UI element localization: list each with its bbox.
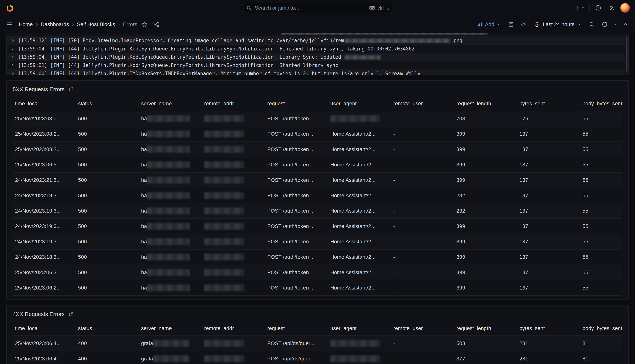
column-header-remote_addr[interactable]: remote_addr bbox=[202, 96, 265, 111]
log-text: [13:59:12] [INF] [70] Emby.Drawing.Image… bbox=[18, 38, 462, 43]
table-row[interactable]: 24/Nov/2023:21:5...500haPOST /auth/token… bbox=[13, 172, 622, 188]
table-row[interactable]: 25/Nov/2023:06:5...500haPOST /auth/token… bbox=[13, 157, 622, 172]
time-range-picker[interactable]: Last 24 hours bbox=[532, 22, 584, 28]
cell-remote-user: - bbox=[391, 336, 454, 351]
column-header-body_bytes_sent[interactable]: body_bytes_sent bbox=[580, 321, 622, 336]
cell-remote-user: - bbox=[391, 111, 454, 126]
column-header-body_bytes_sent[interactable]: body_bytes_sent bbox=[580, 96, 622, 111]
table-row[interactable]: 24/Nov/2023:19:3...500haPOST /auth/token… bbox=[13, 188, 622, 204]
cell-status: 500 bbox=[76, 265, 139, 280]
breadcrumb-home[interactable]: Home bbox=[19, 22, 33, 28]
column-header-request_length[interactable]: request_length bbox=[454, 96, 517, 111]
keyboard-icon bbox=[369, 5, 375, 11]
zoom-out-button[interactable] bbox=[587, 19, 597, 30]
column-header-request[interactable]: request bbox=[265, 321, 328, 336]
share-network-icon bbox=[153, 21, 160, 28]
share-icon[interactable] bbox=[152, 19, 162, 30]
collapse-controls-button[interactable] bbox=[621, 19, 630, 30]
errors-table-4xx: time_localstatusserver_nameremote_addrre… bbox=[13, 321, 622, 364]
errors-table-5xx: time_localstatusserver_nameremote_addrre… bbox=[13, 96, 622, 296]
cell-remote-addr bbox=[202, 204, 265, 218]
log-expand-chevron-icon[interactable] bbox=[10, 47, 15, 51]
log-expand-chevron-icon[interactable] bbox=[10, 38, 15, 42]
favorite-star-icon[interactable] bbox=[140, 19, 149, 30]
panel-title[interactable]: 4XX Requests Errors bbox=[13, 311, 64, 317]
news-icon[interactable] bbox=[607, 3, 616, 13]
column-header-server_name[interactable]: server_name bbox=[139, 96, 202, 111]
log-scrollbar[interactable] bbox=[625, 34, 628, 74]
new-button[interactable] bbox=[574, 3, 586, 13]
menu-toggle-icon[interactable] bbox=[4, 19, 14, 30]
log-line[interactable]: [13:59:04] [INF] [44] Jellyfin.Plugin.Ko… bbox=[7, 45, 628, 53]
cell-remote-user: - bbox=[391, 219, 454, 234]
breadcrumb-dashboards[interactable]: Dashboards bbox=[41, 22, 69, 28]
refresh-interval-dropdown[interactable] bbox=[612, 19, 618, 30]
log-expand-chevron-icon[interactable] bbox=[10, 33, 15, 34]
cell-request: POST /auth/token ... bbox=[265, 188, 328, 203]
search-shortcut-group: ctrl+k bbox=[369, 5, 389, 11]
column-header-bytes_sent[interactable]: bytes_sent bbox=[517, 321, 580, 336]
cell-bytes-sent: 137 bbox=[517, 219, 580, 234]
table-row[interactable]: 25/Nov/2023:06:2...500haPOST /auth/token… bbox=[13, 280, 622, 296]
column-header-time_local[interactable]: time_local bbox=[13, 321, 76, 336]
log-expand-chevron-icon[interactable] bbox=[10, 63, 15, 67]
grafana-logo-icon[interactable] bbox=[5, 3, 15, 13]
cell-server-name: ha bbox=[139, 280, 202, 295]
add-button[interactable]: Add bbox=[474, 22, 504, 28]
table-row[interactable]: 24/Nov/2023:19:3...500haPOST /auth/token… bbox=[13, 219, 622, 234]
column-header-server_name[interactable]: server_name bbox=[139, 321, 202, 336]
log-expand-chevron-icon[interactable] bbox=[10, 55, 15, 59]
log-line[interactable]: [13:59:12] [INF] [70] Emby.Drawing.Image… bbox=[7, 36, 628, 45]
table-row[interactable]: 25/Nov/2023:08:2...500haPOST /auth/token… bbox=[13, 142, 622, 157]
cell-request-length: 399 bbox=[454, 172, 517, 188]
table-row[interactable]: 25/Nov/2023:03:0...500haPOST /auth/token… bbox=[13, 111, 622, 126]
cell-body-bytes-sent: 81 bbox=[580, 351, 622, 364]
column-header-bytes_sent[interactable]: bytes_sent bbox=[517, 96, 580, 111]
refresh-button[interactable] bbox=[600, 19, 610, 30]
column-header-time_local[interactable]: time_local bbox=[13, 96, 76, 111]
cell-request-length: 399 bbox=[454, 250, 517, 264]
panel-title[interactable]: 5XX Requests Errors bbox=[13, 86, 64, 92]
table-row[interactable]: 24/Nov/2023:18:3...500haPOST /auth/token… bbox=[13, 250, 622, 265]
user-avatar[interactable] bbox=[620, 3, 630, 12]
redacted-value bbox=[147, 208, 190, 214]
column-header-request_length[interactable]: request_length bbox=[454, 321, 517, 336]
log-line[interactable]: [13:59:00] [INF] [44] Jellyfin.Plugin.TM… bbox=[7, 70, 628, 75]
log-line[interactable]: [13:59:04] [INF] [44] Jellyfin.Plugin.Ko… bbox=[7, 53, 628, 61]
external-link-icon[interactable] bbox=[68, 86, 74, 92]
column-header-user_agent[interactable]: user_agent bbox=[328, 321, 391, 336]
log-line[interactable]: [13:59:01] [INF] [44] Jellyfin.Plugin.Ko… bbox=[7, 61, 628, 70]
column-header-remote_user[interactable]: remote_user bbox=[391, 96, 454, 111]
log-scrollbar-thumb[interactable] bbox=[626, 36, 628, 72]
breadcrumb-self-host-blocks[interactable]: Self Host Blocks bbox=[77, 22, 115, 28]
log-line[interactable] bbox=[7, 33, 628, 36]
logs-panel: [13:59:12] [INF] [70] Emby.Drawing.Image… bbox=[6, 33, 628, 75]
column-header-user_agent[interactable]: user_agent bbox=[328, 96, 391, 111]
column-header-remote_user[interactable]: remote_user bbox=[391, 321, 454, 336]
search-input[interactable]: Search or jump to... ctrl+k bbox=[242, 3, 393, 13]
cell-body-bytes-sent: 55 bbox=[580, 219, 622, 234]
table-row[interactable]: 24/Nov/2023:19:3...500haPOST /auth/token… bbox=[13, 234, 622, 250]
column-header-status[interactable]: status bbox=[76, 321, 139, 336]
table-row[interactable]: 25/Nov/2023:06:4...400grafaPOST /api/ds/… bbox=[13, 336, 622, 351]
table-row[interactable]: 25/Nov/2023:06:3...500haPOST /auth/token… bbox=[13, 265, 622, 280]
table-row[interactable]: 24/Nov/2023:19:3...500haPOST /auth/token… bbox=[13, 204, 622, 219]
cell-remote-user: - bbox=[391, 351, 454, 364]
cell-request-length: 708 bbox=[454, 111, 517, 126]
column-header-remote_addr[interactable]: remote_addr bbox=[202, 321, 265, 336]
column-header-status[interactable]: status bbox=[76, 96, 139, 111]
dashboard-settings-button[interactable] bbox=[519, 19, 529, 30]
table-row[interactable]: 25/Nov/2023:08:2...500haPOST /auth/token… bbox=[13, 126, 622, 142]
time-range-label: Last 24 hours bbox=[543, 22, 574, 28]
cell-request-length: 399 bbox=[454, 280, 517, 295]
column-header-request[interactable]: request bbox=[265, 96, 328, 111]
grafana-app: Search or jump to... ctrl+k bbox=[0, 0, 635, 364]
table-row[interactable]: 25/Nov/2023:06:4...400grafaPOST /api/ds/… bbox=[13, 351, 622, 364]
external-link-icon[interactable] bbox=[68, 311, 74, 317]
cell-bytes-sent: 137 bbox=[517, 234, 580, 249]
save-dashboard-button[interactable] bbox=[506, 19, 516, 30]
log-expand-chevron-icon[interactable] bbox=[10, 72, 15, 75]
redacted-value bbox=[147, 115, 190, 122]
help-icon[interactable] bbox=[593, 3, 603, 13]
cell-user-agent: Home Assistant/2... bbox=[328, 250, 391, 264]
